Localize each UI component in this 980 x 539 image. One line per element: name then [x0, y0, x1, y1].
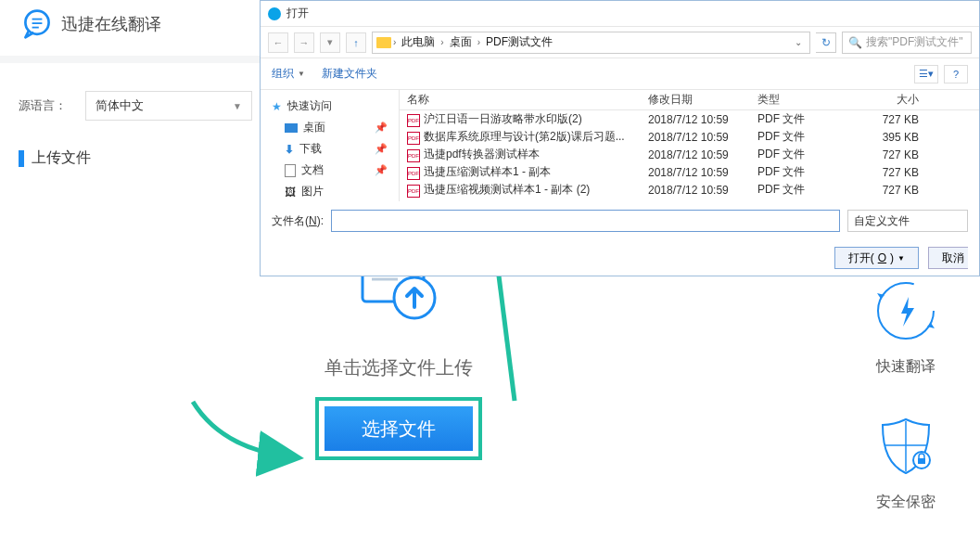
breadcrumb[interactable]: › 此电脑 › 桌面 › PDF测试文件 ⌄: [372, 32, 810, 54]
chat-bubble-icon: [20, 7, 54, 41]
upload-section-header: 上传文件: [19, 148, 91, 168]
upload-section-title: 上传文件: [32, 148, 91, 168]
recent-locations-button[interactable]: ▾: [320, 32, 340, 53]
accent-bar: [19, 150, 24, 167]
refresh-button[interactable]: ↻: [816, 32, 836, 53]
chevron-right-icon: ›: [393, 37, 396, 47]
file-list-header: 名称 修改日期 类型 大小: [400, 90, 979, 110]
dialog-actions: 打开(O) ▼ 取消: [261, 240, 979, 276]
cancel-button[interactable]: 取消: [928, 247, 968, 269]
breadcrumb-item[interactable]: 此电脑: [398, 34, 439, 50]
search-placeholder: 搜索"PDF测试文件": [866, 34, 963, 50]
app-icon: [268, 7, 281, 20]
upload-hint: 单击选择文件上传: [297, 355, 501, 380]
brand: 迅捷在线翻译: [20, 7, 161, 41]
feature-secure-label: 安全保密: [855, 493, 957, 512]
source-language-value: 简体中文: [95, 97, 144, 114]
breadcrumb-item[interactable]: PDF测试文件: [482, 34, 556, 50]
feature-rail: 快速翻译 安全保密: [855, 278, 957, 539]
help-button[interactable]: ?: [944, 65, 968, 83]
chevron-down-icon: ▼: [233, 101, 242, 111]
table-row[interactable]: PDF迅捷pdf转换器测试样本 2018/7/12 10:59 PDF 文件 7…: [400, 146, 979, 163]
choose-file-highlight: 选择文件: [315, 397, 482, 460]
document-icon: [285, 164, 296, 177]
open-button[interactable]: 打开(O) ▼: [834, 247, 919, 269]
svg-rect-22: [918, 458, 925, 464]
dialog-titlebar: 打开: [261, 1, 979, 27]
search-input[interactable]: 🔍 搜索"PDF测试文件": [842, 32, 972, 54]
shield-lock-icon: [873, 414, 938, 479]
feature-fast: 快速翻译: [855, 278, 957, 377]
pictures-icon: 🖼: [285, 186, 296, 199]
breadcrumb-item[interactable]: 桌面: [446, 34, 476, 50]
pdf-icon: PDF: [407, 149, 420, 162]
choose-file-button[interactable]: 选择文件: [325, 406, 473, 451]
column-name[interactable]: 名称: [400, 92, 641, 108]
sidebar-item-desktop[interactable]: 桌面 📌: [268, 117, 391, 138]
filename-row: 文件名(N): 自定义文件: [261, 201, 979, 240]
table-row[interactable]: PDF迅捷压缩测试样本1 - 副本 2018/7/12 10:59 PDF 文件…: [400, 163, 979, 181]
column-type[interactable]: 类型: [750, 92, 852, 108]
new-folder-button[interactable]: 新建文件夹: [322, 66, 377, 82]
dialog-toolbar: 组织▼ 新建文件夹 ☰▾ ?: [261, 58, 979, 90]
feature-secure: 安全保密: [855, 414, 957, 512]
dialog-title: 打开: [286, 6, 309, 21]
table-row[interactable]: PDF数据库系统原理与设计(第2版)课后习题... 2018/7/12 10:5…: [400, 128, 979, 146]
chevron-right-icon: ›: [477, 37, 480, 47]
desktop-icon: [285, 123, 298, 133]
pin-icon: 📌: [375, 143, 388, 155]
sidebar-item-documents[interactable]: 文档 📌: [268, 160, 391, 181]
chevron-down-icon[interactable]: ⌄: [791, 37, 806, 47]
chevron-right-icon: ›: [440, 37, 443, 47]
nav-forward-button[interactable]: →: [294, 32, 314, 53]
sidebar-item-downloads[interactable]: ⬇ 下载 📌: [268, 138, 391, 160]
source-language-row: 源语言： 简体中文 ▼: [19, 91, 252, 121]
chevron-down-icon: ▼: [298, 70, 305, 78]
nav-up-button[interactable]: ↑: [346, 32, 366, 53]
chevron-down-icon: ▼: [897, 254, 905, 263]
pin-icon: 📌: [375, 122, 388, 134]
sidebar-item-quick-access[interactable]: ★ 快速访问: [268, 96, 391, 117]
folder-icon: [376, 37, 391, 48]
organize-menu[interactable]: 组织▼: [272, 66, 305, 82]
file-list-rows: PDF沪江日语一日游攻略带水印版(2) 2018/7/12 10:59 PDF …: [400, 110, 979, 198]
dialog-address-bar: ← → ▾ ↑ › 此电脑 › 桌面 › PDF测试文件 ⌄ ↻ 🔍 搜索"PD…: [261, 27, 979, 58]
table-row[interactable]: PDF沪江日语一日游攻略带水印版(2) 2018/7/12 10:59 PDF …: [400, 110, 979, 128]
nav-back-button[interactable]: ←: [268, 32, 288, 53]
source-language-select[interactable]: 简体中文 ▼: [85, 91, 252, 121]
dialog-body: ★ 快速访问 桌面 📌 ⬇ 下载 📌 文档 📌 🖼 图片: [261, 90, 979, 201]
pdf-icon: PDF: [407, 114, 420, 127]
filename-label: 文件名(N):: [272, 213, 324, 229]
feature-fast-label: 快速翻译: [855, 357, 957, 377]
column-date[interactable]: 修改日期: [641, 92, 750, 108]
file-list: 名称 修改日期 类型 大小 PDF沪江日语一日游攻略带水印版(2) 2018/7…: [400, 90, 979, 201]
table-row[interactable]: PDF迅捷压缩视频测试样本1 - 副本 (2) 2018/7/12 10:59 …: [400, 181, 979, 198]
file-open-dialog: 打开 ← → ▾ ↑ › 此电脑 › 桌面 › PDF测试文件 ⌄ ↻ 🔍 搜索…: [260, 0, 980, 276]
pdf-icon: PDF: [407, 185, 420, 198]
brand-name: 迅捷在线翻译: [61, 13, 161, 35]
pdf-icon: PDF: [407, 132, 420, 145]
pin-icon: 📌: [375, 164, 388, 176]
view-mode-button[interactable]: ☰▾: [914, 65, 938, 83]
pdf-icon: PDF: [407, 167, 420, 180]
source-language-label: 源语言：: [19, 97, 67, 114]
download-icon: ⬇: [285, 143, 294, 156]
view-options: ☰▾ ?: [914, 65, 968, 83]
dialog-sidebar: ★ 快速访问 桌面 📌 ⬇ 下载 📌 文档 📌 🖼 图片: [261, 90, 400, 201]
guide-arrow-to-button: [185, 394, 315, 478]
star-icon: ★: [272, 100, 282, 113]
filename-input[interactable]: [331, 210, 840, 232]
column-size[interactable]: 大小: [852, 92, 926, 108]
lightning-icon: [873, 278, 938, 343]
search-icon: 🔍: [848, 36, 862, 49]
file-type-filter[interactable]: 自定义文件: [847, 210, 968, 232]
sidebar-item-pictures[interactable]: 🖼 图片: [268, 181, 391, 201]
